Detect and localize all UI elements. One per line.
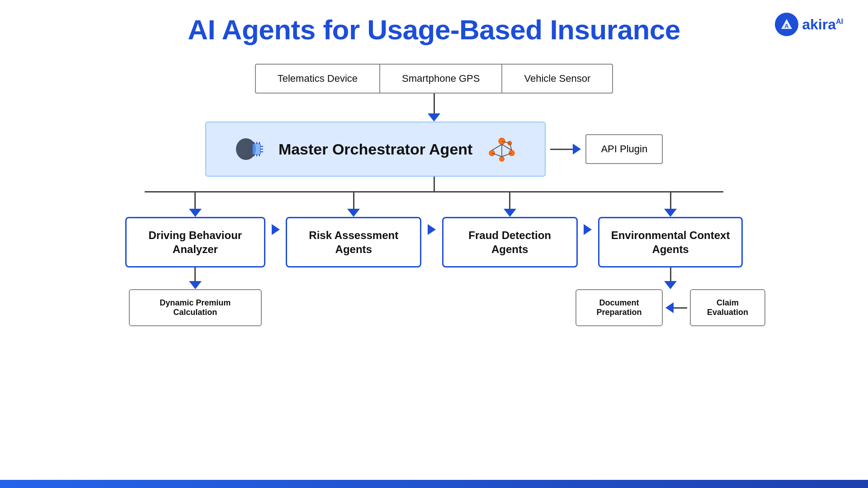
arrow-right-2 <box>428 224 436 235</box>
logo: A akiraAI <box>775 13 843 36</box>
page-title: AI Agents for Usage-Based Insurance <box>188 14 680 46</box>
smartphone-gps-box: Smartphone GPS <box>380 65 502 93</box>
svg-line-19 <box>492 145 502 150</box>
svg-point-17 <box>500 157 505 162</box>
document-preparation-box: Document Preparation <box>576 289 663 326</box>
brain-chip-icon <box>233 136 265 163</box>
main-container: A akiraAI AI Agents for Usage-Based Insu… <box>0 0 868 488</box>
api-connection: API Plugin <box>550 134 663 164</box>
logo-icon: A <box>775 13 798 36</box>
claim-evaluation-box: Claim Evaluation <box>690 289 765 326</box>
input-row: Telematics Device Smartphone GPS Vehicle… <box>27 64 841 94</box>
orchestrator-row: Master Orchestrator Agent <box>27 122 841 177</box>
branch-area: Driving Behaviour Analyzer Dynamic Premi… <box>122 177 746 326</box>
bottom-bar <box>0 480 868 488</box>
telematics-device-box: Telematics Device <box>256 65 380 93</box>
arrow-right-1 <box>272 224 280 235</box>
diagram: Telematics Device Smartphone GPS Vehicle… <box>27 64 841 326</box>
network-graph-icon <box>486 133 518 165</box>
agent-col-driving: Driving Behaviour Analyzer Dynamic Premi… <box>125 192 265 326</box>
driving-behaviour-box: Driving Behaviour Analyzer <box>125 217 265 267</box>
arrow-to-orchestrator <box>428 94 440 122</box>
svg-text:A: A <box>785 23 789 29</box>
agent-col-risk: Risk Assessment Agents <box>286 192 421 267</box>
agent-col-environmental: Environmental Context Agents Document Pr… <box>598 192 743 326</box>
environmental-context-box: Environmental Context Agents <box>598 217 743 267</box>
dynamic-premium-box: Dynamic Premium Calculation <box>129 289 262 326</box>
fraud-detection-box: Fraud Detection Agents <box>442 217 578 267</box>
logo-text: akiraAI <box>802 16 843 33</box>
svg-rect-4 <box>252 144 260 155</box>
svg-point-3 <box>237 141 248 157</box>
vehicle-sensor-box: Vehicle Sensor <box>502 65 612 93</box>
arrow-right-3 <box>584 224 592 235</box>
input-box-group: Telematics Device Smartphone GPS Vehicle… <box>255 64 613 94</box>
risk-assessment-box: Risk Assessment Agents <box>286 217 421 267</box>
orchestrator-box: Master Orchestrator Agent <box>205 122 546 177</box>
api-plugin-box: API Plugin <box>585 134 663 164</box>
orchestrator-title: Master Orchestrator Agent <box>278 141 473 158</box>
agent-col-fraud: Fraud Detection Agents <box>442 192 578 267</box>
